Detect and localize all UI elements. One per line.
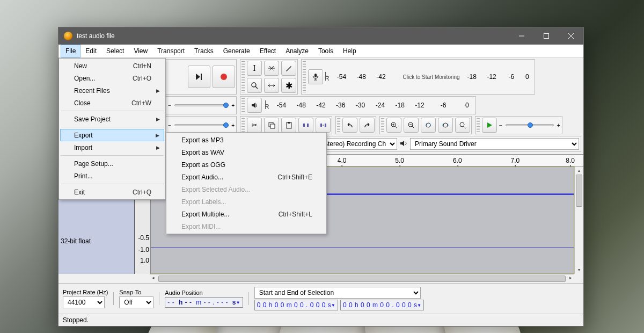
zoom-in-button[interactable]: [386, 118, 401, 133]
file-menu-print[interactable]: Print...: [60, 170, 164, 182]
speaker-small-icon: [399, 139, 408, 149]
copy-button[interactable]: [264, 118, 279, 133]
svg-rect-4: [201, 74, 202, 80]
menu-analyze[interactable]: Analyze: [281, 45, 313, 57]
svg-point-26: [443, 123, 448, 127]
track-format-label: 32-bit float: [61, 237, 132, 245]
zoom-tool[interactable]: [247, 78, 262, 93]
svg-rect-15: [320, 124, 322, 127]
mic-icon[interactable]: [308, 69, 323, 84]
selection-end-field[interactable]: 0 0 h 0 0 m 0 0 . 0 0 0 s▾: [340, 300, 424, 310]
close-button[interactable]: [559, 27, 583, 45]
menu-transport[interactable]: Transport: [152, 45, 189, 57]
svg-point-25: [426, 123, 430, 127]
menu-edit[interactable]: Edit: [80, 45, 101, 57]
rec-volume-slider[interactable]: [174, 104, 228, 106]
svg-line-19: [395, 126, 397, 128]
output-device-select[interactable]: Primary Sound Driver: [410, 138, 579, 150]
file-menu-import[interactable]: Import▶: [60, 141, 164, 154]
file-menu-open[interactable]: Open...Ctrl+O: [60, 72, 164, 84]
svg-rect-12: [288, 122, 290, 124]
export-wav[interactable]: Export as WAV: [167, 146, 325, 158]
svg-rect-17: [325, 124, 326, 127]
svg-point-6: [252, 83, 256, 87]
monitor-message[interactable]: Click to Start Monitoring: [402, 74, 459, 80]
menu-generate[interactable]: Generate: [218, 45, 255, 57]
fit-selection-button[interactable]: [421, 118, 436, 133]
paste-button[interactable]: [281, 118, 296, 133]
menu-view[interactable]: View: [129, 45, 152, 57]
cut-button[interactable]: ✂: [247, 118, 262, 133]
export-multiple[interactable]: Export Multiple...Ctrl+Shift+L: [167, 208, 325, 220]
project-rate-select[interactable]: 44100: [63, 296, 105, 308]
speaker-icon[interactable]: [247, 98, 262, 113]
menu-effect[interactable]: Effect: [255, 45, 281, 57]
file-menu-close[interactable]: CloseCtrl+W: [60, 97, 164, 109]
svg-rect-13: [303, 124, 305, 127]
svg-rect-10: [270, 124, 275, 128]
export-midi: Export MIDI...: [167, 220, 325, 233]
svg-rect-8: [314, 74, 317, 77]
envelope-tool[interactable]: [264, 61, 279, 76]
audio-position-field[interactable]: - - h - - m - - . - - - s▾: [165, 297, 243, 308]
snap-to-label: Snap-To: [119, 289, 153, 295]
audio-position-label: Audio Position: [165, 289, 243, 296]
selection-mode-select[interactable]: Start and End of Selection: [254, 287, 421, 299]
file-menu-export[interactable]: Export▶: [60, 129, 164, 141]
menu-file[interactable]: File: [61, 45, 80, 57]
play-at-speed-button[interactable]: [482, 118, 497, 133]
svg-rect-9: [269, 122, 273, 127]
file-menu-new[interactable]: NewCtrl+N: [60, 60, 164, 72]
edit-toolbar: ✂: [240, 116, 332, 134]
app-logo-icon: [64, 32, 72, 40]
status-bar: Stopped.: [58, 314, 583, 326]
selection-tool[interactable]: I: [247, 61, 262, 76]
minimize-button[interactable]: [509, 27, 534, 45]
selection-start-field[interactable]: 0 0 h 0 0 m 0 0 . 0 0 0 s▾: [254, 300, 338, 310]
silence-button[interactable]: [316, 118, 331, 133]
play-speed-slider[interactable]: [506, 124, 554, 126]
zoom-toggle-button[interactable]: [455, 118, 470, 133]
menu-select[interactable]: Select: [101, 45, 129, 57]
play-volume-slider[interactable]: [174, 124, 228, 126]
record-button[interactable]: [213, 66, 235, 88]
menu-tracks[interactable]: Tracks: [189, 45, 218, 57]
menu-bar: File Edit Select View Transport Tracks G…: [58, 45, 583, 58]
export-labels: Export Labels...: [167, 196, 325, 208]
tools-toolbar: I ✱: [240, 59, 298, 95]
menu-help[interactable]: Help: [338, 45, 361, 57]
export-selected-audio: Export Selected Audio...: [167, 183, 325, 196]
snap-to-select[interactable]: Off: [119, 296, 153, 308]
recording-meter[interactable]: LR -54 -48 -42 Click to Start Monitoring…: [301, 59, 535, 95]
export-audio[interactable]: Export Audio...Ctrl+Shift+E: [167, 171, 325, 183]
skip-end-button[interactable]: [188, 66, 210, 88]
maximize-button[interactable]: [534, 27, 559, 45]
timeshift-tool[interactable]: [264, 78, 279, 93]
zoom-toolbar: [379, 116, 472, 134]
svg-line-28: [464, 126, 466, 128]
svg-point-22: [408, 122, 413, 127]
svg-rect-14: [307, 124, 309, 127]
export-ogg[interactable]: Export as OGG: [167, 158, 325, 171]
draw-tool[interactable]: [281, 61, 296, 76]
fit-project-button[interactable]: [438, 118, 453, 133]
svg-line-7: [255, 86, 258, 89]
export-mp3[interactable]: Export as MP3: [167, 134, 325, 146]
file-menu-exit[interactable]: ExitCtrl+Q: [60, 186, 164, 198]
vertical-scrollbar[interactable]: ▴ ▾: [574, 166, 583, 274]
file-menu-recent[interactable]: Recent Files▶: [60, 84, 164, 97]
window-title: test audio file: [77, 32, 509, 40]
undo-button[interactable]: [342, 118, 357, 133]
menu-tools[interactable]: Tools: [313, 45, 338, 57]
redo-button[interactable]: [360, 118, 375, 133]
file-menu-save-project[interactable]: Save Project▶: [60, 113, 164, 125]
trim-button[interactable]: [298, 118, 313, 133]
zoom-out-button[interactable]: [404, 118, 419, 133]
playback-meter[interactable]: LR -54 -48 -42 -36 -30 -24 -18 -12 -6 0: [240, 96, 476, 114]
file-menu-page-setup[interactable]: Page Setup...: [60, 157, 164, 170]
multi-tool[interactable]: ✱: [281, 78, 296, 93]
svg-line-23: [412, 126, 414, 128]
horizontal-scrollbar[interactable]: ◂ ▸: [150, 274, 574, 283]
title-bar: test audio file: [58, 27, 583, 45]
svg-rect-1: [544, 34, 549, 39]
